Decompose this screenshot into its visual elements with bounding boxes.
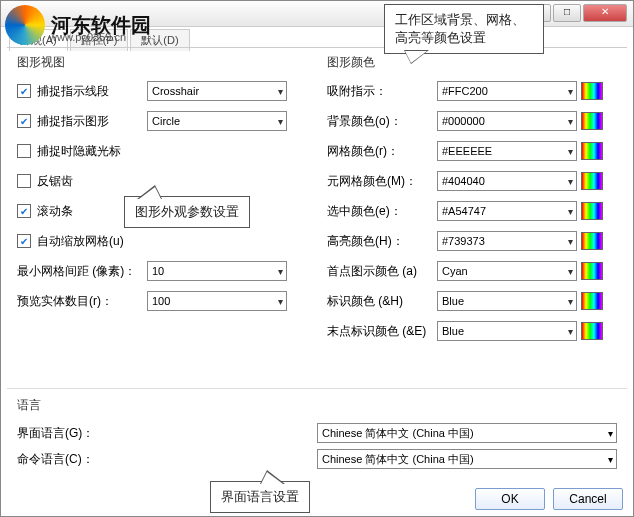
graphics-color-group: 图形颜色 吸附指示：#FFC200 背景颜色(o)：#000000 网格颜色(r… bbox=[317, 48, 627, 388]
highlight-label: 高亮颜色(H)： bbox=[327, 233, 437, 250]
group-title-right: 图形颜色 bbox=[327, 54, 617, 71]
callout-language-text: 界面语言设置 bbox=[221, 489, 299, 504]
snap-label: 吸附指示： bbox=[327, 83, 437, 100]
handle-combo[interactable]: Blue bbox=[437, 291, 577, 311]
autoscale-checkbox[interactable]: ✔ bbox=[17, 234, 31, 248]
cancel-button[interactable]: Cancel bbox=[553, 488, 623, 510]
dialog-footer: OK Cancel bbox=[475, 488, 623, 510]
cmd-lang-combo[interactable]: Chinese 简体中文 (China 中国) bbox=[317, 449, 617, 469]
scrollbar-checkbox[interactable]: ✔ bbox=[17, 204, 31, 218]
endpt-color-button[interactable] bbox=[581, 322, 603, 340]
group-title-left: 图形视图 bbox=[17, 54, 307, 71]
selected-label: 选中颜色(e)： bbox=[327, 203, 437, 220]
bg-label: 背景颜色(o)： bbox=[327, 113, 437, 130]
mingrid-combo[interactable]: 10 bbox=[147, 261, 287, 281]
antialias-checkbox[interactable] bbox=[17, 174, 31, 188]
antialias-label: 反锯齿 bbox=[37, 173, 147, 190]
autoscale-label: 自动缩放网格(u) bbox=[37, 233, 147, 250]
language-group: 语言 界面语言(G)： Chinese 简体中文 (China 中国) 命令语言… bbox=[7, 388, 627, 480]
endpt-combo[interactable]: Blue bbox=[437, 321, 577, 341]
metagrid-label: 元网格颜色(M)： bbox=[327, 173, 437, 190]
close-button[interactable]: ✕ bbox=[583, 4, 627, 22]
callout-colors: 工作区域背景、网格、高亮等颜色设置 bbox=[384, 4, 544, 54]
selected-combo[interactable]: #A54747 bbox=[437, 201, 577, 221]
crosshair-label: 捕捉指示线段 bbox=[37, 83, 147, 100]
bg-color-button[interactable] bbox=[581, 112, 603, 130]
grid-combo[interactable]: #EEEEEE bbox=[437, 141, 577, 161]
hidecursor-label: 捕捉时隐藏光标 bbox=[37, 143, 147, 160]
cmd-lang-label: 命令语言(C)： bbox=[17, 451, 317, 468]
settings-dialog: — □ ✕ 河东软件园 www.pc0359.cn 外观(A) 路径(P) 默认… bbox=[0, 0, 634, 517]
mingrid-label: 最小网格间距 (像素)： bbox=[17, 263, 147, 280]
crosshair-checkbox[interactable]: ✔ bbox=[17, 84, 31, 98]
ok-button[interactable]: OK bbox=[475, 488, 545, 510]
grid-color-button[interactable] bbox=[581, 142, 603, 160]
dialog-body: 图形视图 ✔ 捕捉指示线段 Crosshair ✔ 捕捉指示图形 Circle … bbox=[7, 47, 627, 480]
gui-lang-label: 界面语言(G)： bbox=[17, 425, 317, 442]
selected-color-button[interactable] bbox=[581, 202, 603, 220]
callout-appearance: 图形外观参数设置 bbox=[124, 196, 250, 228]
lang-section-title: 语言 bbox=[17, 397, 617, 414]
preview-label: 预览实体数目(r)： bbox=[17, 293, 147, 310]
metagrid-color-button[interactable] bbox=[581, 172, 603, 190]
snap-combo[interactable]: #FFC200 bbox=[437, 81, 577, 101]
bg-combo[interactable]: #000000 bbox=[437, 111, 577, 131]
startpt-label: 首点图示颜色 (a) bbox=[327, 263, 437, 280]
metagrid-combo[interactable]: #404040 bbox=[437, 171, 577, 191]
circle-label: 捕捉指示图形 bbox=[37, 113, 147, 130]
handle-color-button[interactable] bbox=[581, 292, 603, 310]
handle-label: 标识颜色 (&H) bbox=[327, 293, 437, 310]
hidecursor-checkbox[interactable] bbox=[17, 144, 31, 158]
preview-combo[interactable]: 100 bbox=[147, 291, 287, 311]
highlight-color-button[interactable] bbox=[581, 232, 603, 250]
grid-label: 网格颜色(r)： bbox=[327, 143, 437, 160]
callout-appearance-text: 图形外观参数设置 bbox=[135, 204, 239, 219]
maximize-button[interactable]: □ bbox=[553, 4, 581, 22]
highlight-combo[interactable]: #739373 bbox=[437, 231, 577, 251]
startpt-combo[interactable]: Cyan bbox=[437, 261, 577, 281]
gui-lang-combo[interactable]: Chinese 简体中文 (China 中国) bbox=[317, 423, 617, 443]
snap-color-button[interactable] bbox=[581, 82, 603, 100]
crosshair-combo[interactable]: Crosshair bbox=[147, 81, 287, 101]
startpt-color-button[interactable] bbox=[581, 262, 603, 280]
circle-checkbox[interactable]: ✔ bbox=[17, 114, 31, 128]
callout-colors-text: 工作区域背景、网格、高亮等颜色设置 bbox=[395, 12, 525, 45]
callout-language: 界面语言设置 bbox=[210, 481, 310, 513]
circle-combo[interactable]: Circle bbox=[147, 111, 287, 131]
endpt-label: 末点标识颜色 (&E) bbox=[327, 323, 437, 340]
